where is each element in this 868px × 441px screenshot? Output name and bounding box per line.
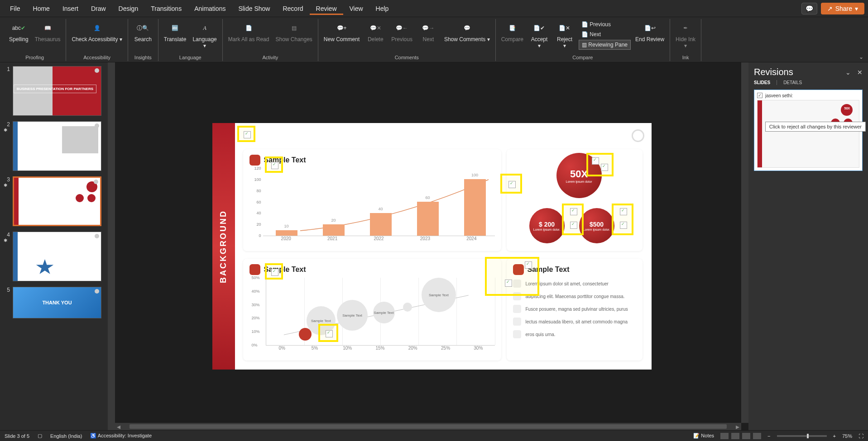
slideshow-view-button[interactable] — [753, 433, 761, 439]
translate-button[interactable]: 🔤Translate — [162, 20, 188, 43]
menu-view[interactable]: View — [343, 2, 369, 15]
menu-review[interactable]: Review — [310, 2, 343, 15]
slide-thumb-2[interactable] — [13, 121, 101, 171]
revision-marker[interactable] — [237, 126, 255, 142]
revision-marker[interactable] — [485, 257, 539, 296]
zoom-out-button[interactable]: − — [767, 433, 770, 439]
mark-all-read-button[interactable]: 📄Mark All as Read — [226, 20, 271, 43]
menu-insert[interactable]: Insert — [56, 2, 85, 15]
scatter-area: Sample TextSample TextSample TextSample … — [266, 278, 495, 346]
new-comment-button[interactable]: 💬+New Comment — [322, 20, 361, 43]
fit-view-button[interactable]: ⛶ — [858, 433, 863, 439]
zoom-level[interactable]: 75% — [842, 433, 852, 439]
accept-button[interactable]: 📄✔Accept▾ — [528, 20, 551, 50]
revision-marker[interactable] — [265, 156, 283, 173]
menu-record[interactable]: Record — [276, 2, 309, 15]
stats-card[interactable]: 50X Lorem ipsum dolor $ 200 Lorem ipsum … — [507, 149, 643, 251]
menu-bar: File Home Insert Draw Design Transitions… — [0, 0, 868, 17]
stat-bubble-2: $500 Lorem ipsum dolor. — [579, 208, 614, 243]
slide-counter[interactable]: Slide 3 of 5 — [5, 433, 29, 439]
thumb-indicator-icon — [94, 180, 98, 184]
normal-view-button[interactable] — [720, 433, 729, 439]
thumbnail-panel[interactable]: 1 BUSINESS PRESENTATION FOR PARTNERS 2✱ … — [0, 62, 115, 430]
prev-comment-button[interactable]: 💬←Previous — [389, 20, 414, 43]
end-review-button[interactable]: 📄↩End Review — [633, 20, 666, 43]
ribbon-collapse-icon[interactable]: ⌄ — [859, 54, 863, 60]
compare-previous[interactable]: 📄 Previous — [579, 20, 631, 29]
slide-thumb-1[interactable]: BUSINESS PRESENTATION FOR PARTNERS — [13, 66, 101, 116]
ribbon: abc✔Spelling 📖Thesaurus Proofing 👤Check … — [0, 17, 868, 62]
comments-overview-button[interactable]: 💬 — [801, 3, 817, 14]
show-comments-button[interactable]: 💬Show Comments ▾ — [442, 20, 492, 43]
editor-scrollbar-horizontal[interactable]: ◂▸ — [115, 423, 741, 430]
reviewer-checkbox[interactable]: ✓ — [757, 93, 762, 98]
show-changes-button[interactable]: ▤Show Changes — [273, 20, 314, 43]
spell-check-status-icon[interactable]: ▢ — [38, 433, 42, 439]
revision-preview[interactable]: 50X — [757, 100, 859, 168]
revision-slide-entry[interactable]: ✓ jasveen sethi: 50X Click to reject all… — [754, 90, 863, 171]
close-icon[interactable]: ✕ — [857, 69, 863, 76]
notes-button[interactable]: 📝 Notes — [693, 433, 714, 439]
language-button[interactable]: ALanguage▾ — [191, 20, 218, 50]
revision-marker[interactable] — [612, 204, 633, 235]
compare-button[interactable]: 📑Compare — [499, 20, 525, 43]
slide-canvas[interactable]: BACKGROUND Sample Text 020406080100120 1… — [212, 123, 652, 370]
share-button[interactable]: ↗ Share ▾ — [821, 3, 864, 14]
thesaurus-button[interactable]: 📖Thesaurus — [33, 20, 62, 43]
chevron-down-icon[interactable]: ⌄ — [845, 69, 851, 76]
check-accessibility-button[interactable]: 👤Check Accessibility ▾ — [70, 20, 124, 43]
group-proofing: abc✔Spelling 📖Thesaurus Proofing — [4, 19, 66, 61]
thumb5-title: THANK YOU — [42, 300, 72, 305]
menu-draw[interactable]: Draw — [85, 2, 112, 15]
revisions-tab-details[interactable]: DETAILS — [783, 80, 802, 85]
revisions-pane: Revisions ⌄ ✕ SLIDES DETAILS ✓ jasveen s… — [748, 62, 868, 430]
menu-help[interactable]: Help — [369, 2, 395, 15]
menu-file[interactable]: File — [4, 2, 27, 15]
revision-marker[interactable] — [586, 153, 614, 176]
group-activity: 📄Mark All as Read ▤Show Changes Activity — [223, 19, 318, 61]
language-status[interactable]: English (India) — [50, 433, 82, 439]
group-comments: 💬+New Comment 💬✕Delete 💬←Previous 💬→Next… — [318, 19, 496, 61]
zoom-slider[interactable] — [777, 435, 827, 437]
spelling-button[interactable]: abc✔Spelling — [7, 20, 30, 43]
slide-thumb-4[interactable] — [13, 232, 101, 281]
next-comment-button[interactable]: 💬→Next — [417, 20, 440, 43]
revision-marker[interactable] — [265, 263, 283, 280]
menu-home[interactable]: Home — [27, 2, 56, 15]
group-accessibility: 👤Check Accessibility ▾ Accessibility — [66, 19, 128, 61]
revision-marker[interactable] — [562, 204, 584, 235]
group-title-proofing: Proofing — [25, 55, 44, 60]
zoom-in-button[interactable]: + — [833, 433, 836, 439]
revisions-tab-slides[interactable]: SLIDES — [754, 80, 770, 85]
accessibility-status[interactable]: ♿ Accessibility: Investigate — [90, 433, 152, 439]
sorter-view-button[interactable] — [731, 433, 739, 439]
hide-ink-button[interactable]: ✒Hide Ink▾ — [674, 20, 697, 50]
delete-comment-button[interactable]: 💬✕Delete — [364, 20, 387, 43]
editor-scrollbar-vertical[interactable] — [741, 62, 748, 423]
revision-marker[interactable] — [500, 174, 522, 194]
group-title-ink: Ink — [682, 55, 689, 60]
stat-bubble-1: $ 200 Lorem ipsum dolor. — [529, 208, 565, 243]
slide-sidebar: BACKGROUND — [212, 123, 235, 370]
group-title-insights: Insights — [134, 55, 152, 60]
group-title-compare: Compare — [572, 55, 593, 60]
group-ink: ✒Hide Ink▾ Ink — [670, 19, 701, 61]
reviewing-pane-button[interactable]: ▥ Reviewing Pane — [579, 40, 631, 50]
slide-thumb-3[interactable] — [13, 176, 101, 226]
revision-marker[interactable] — [318, 324, 338, 342]
menu-design[interactable]: Design — [112, 2, 145, 15]
menu-slide-show[interactable]: Slide Show — [232, 2, 276, 15]
thumb1-title: BUSINESS PRESENTATION FOR PARTNERS — [14, 85, 96, 93]
chart-icon — [249, 264, 260, 275]
compare-next[interactable]: 📄 Next — [579, 30, 631, 39]
thumb-indicator-icon — [95, 234, 99, 238]
reading-view-button[interactable] — [742, 433, 750, 439]
menu-animations[interactable]: Animations — [188, 2, 232, 15]
menu-transitions[interactable]: Transitions — [144, 2, 188, 15]
thumb-scroll-up-icon[interactable] — [110, 65, 113, 69]
editor-area: BACKGROUND Sample Text 020406080100120 1… — [115, 62, 748, 430]
search-button[interactable]: ⓘ🔍Search — [132, 20, 154, 43]
slide-thumb-5[interactable]: THANK YOU — [13, 287, 101, 318]
reject-button[interactable]: 📄✕Reject▾ — [553, 20, 576, 50]
slide-sidebar-text: BACKGROUND — [219, 210, 228, 283]
